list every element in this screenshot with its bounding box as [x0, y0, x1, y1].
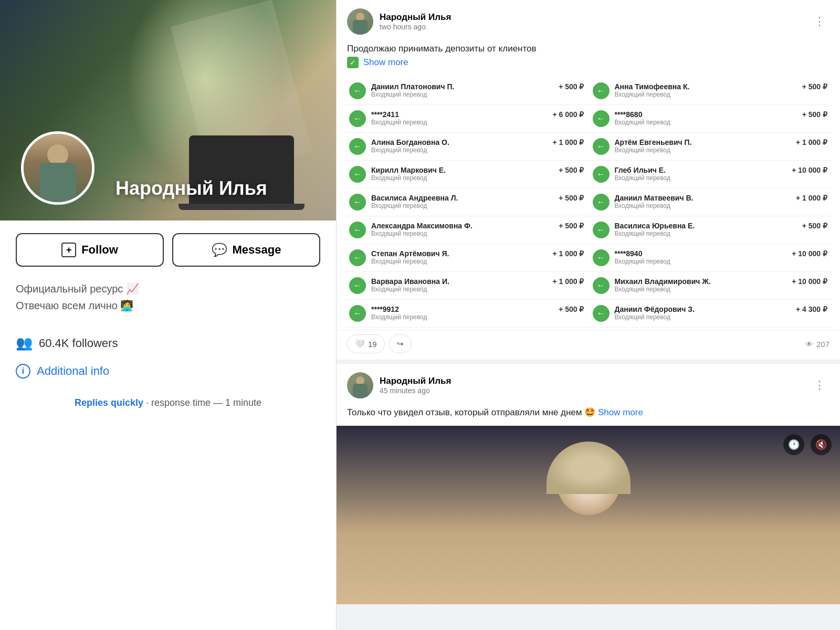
- transactions-grid: ← Даниил Платонович П. Входящий перевод …: [337, 75, 840, 330]
- tx-details: Алина Богдановна О. Входящий перевод: [371, 138, 548, 154]
- tx-arrow-icon: ←: [593, 138, 610, 155]
- tx-amount: + 500 ₽: [802, 222, 827, 230]
- like-button-1[interactable]: 🤍 19: [347, 334, 385, 353]
- additional-info-row[interactable]: i Additional info: [0, 360, 336, 387]
- tx-name: Даниил Фёдорович З.: [615, 305, 791, 313]
- share-icon: ↪: [397, 339, 404, 349]
- additional-info-link[interactable]: Additional info: [37, 364, 109, 378]
- post-more-icon-1[interactable]: ⋮: [810, 15, 830, 28]
- tx-name: Даниил Платонович П.: [371, 82, 553, 91]
- post-header-1: Народный Илья two hours ago ⋮: [337, 0, 840, 40]
- transaction-item: ← Даниил Матвеевич В. Входящий перевод +…: [589, 188, 832, 216]
- message-label: Message: [233, 243, 281, 257]
- post-author-1: Народный Илья: [380, 12, 803, 23]
- tx-arrow-icon: ←: [349, 249, 366, 266]
- divider-1: [337, 360, 840, 364]
- tx-details: ****9912 Входящий перевод: [371, 305, 553, 321]
- tx-amount: + 500 ₽: [802, 110, 827, 119]
- tx-details: Василиса Андреевна Л. Входящий перевод: [371, 194, 553, 209]
- share-button-1[interactable]: ↪: [389, 334, 412, 353]
- post-more-icon-2[interactable]: ⋮: [810, 379, 830, 392]
- tx-arrow-icon: ←: [593, 222, 610, 238]
- tx-details: Артём Евгеньевич П. Входящий перевод: [615, 138, 791, 154]
- tx-type: Входящий перевод: [371, 146, 548, 154]
- replies-row: Replies quickly · response time — 1 minu…: [0, 387, 336, 414]
- tx-arrow-icon: ←: [593, 194, 610, 211]
- video-thumbnail[interactable]: 🕐 🔇: [337, 426, 840, 604]
- tx-name: ****9912: [371, 305, 553, 313]
- post-card-1: Народный Илья two hours ago ⋮ Продолжаю …: [337, 0, 840, 360]
- transaction-item: ← Варвара Ивановна И. Входящий перевод +…: [345, 272, 589, 300]
- profile-bio: Официальный ресурс 📈 Отвечаю всем лично …: [0, 277, 336, 327]
- tx-type: Входящий перевод: [371, 313, 553, 321]
- tx-details: Степан Артёмович Я. Входящий перевод: [371, 249, 548, 265]
- tx-amount: + 6 000 ₽: [553, 110, 584, 119]
- transaction-item: ← Глеб Ильич Е. Входящий перевод + 10 00…: [589, 161, 832, 188]
- checkmark-icon: ✓: [347, 57, 359, 68]
- post-meta-1: Народный Илья two hours ago: [380, 12, 803, 31]
- post-meta-2: Народный Илья 45 minutes ago: [380, 376, 803, 395]
- tx-name: ****8680: [615, 110, 797, 119]
- tx-arrow-icon: ←: [593, 277, 610, 294]
- transaction-item: ← Даниил Платонович П. Входящий перевод …: [345, 77, 589, 105]
- show-more-link-1[interactable]: Show more: [363, 57, 408, 67]
- tx-name: Глеб Ильич Е.: [615, 166, 787, 174]
- tx-type: Входящий перевод: [371, 174, 553, 182]
- show-more-link-2[interactable]: Show more: [598, 407, 643, 417]
- video-clock-icon[interactable]: 🕐: [783, 434, 804, 455]
- tx-amount: + 4 300 ₽: [796, 305, 827, 313]
- post-avatar-2: [347, 372, 373, 398]
- post-time-2: 45 minutes ago: [380, 386, 803, 395]
- tx-details: ****2411 Входящий перевод: [371, 110, 548, 126]
- post-text-2: Только что увидел отзыв, который отправл…: [347, 407, 595, 417]
- tx-details: Даниил Фёдорович З. Входящий перевод: [615, 305, 791, 321]
- video-mute-icon[interactable]: 🔇: [811, 434, 832, 455]
- tx-name: Анна Тимофеевна К.: [615, 82, 797, 91]
- info-icon: i: [16, 364, 30, 379]
- replies-quick-label: Replies quickly: [75, 397, 143, 408]
- transaction-item: ← Алина Богдановна О. Входящий перевод +…: [345, 133, 589, 161]
- tx-name: Алина Богдановна О.: [371, 138, 548, 146]
- tx-details: Анна Тимофеевна К. Входящий перевод: [615, 82, 797, 98]
- tx-amount: + 1 000 ₽: [796, 194, 827, 202]
- tx-type: Входящий перевод: [615, 146, 791, 154]
- replies-text: Replies quickly · response time — 1 minu…: [75, 397, 261, 408]
- tx-type: Входящий перевод: [615, 286, 787, 293]
- follow-button[interactable]: + Follow: [16, 233, 164, 267]
- tx-type: Входящий перевод: [371, 286, 548, 293]
- right-panel[interactable]: Народный Илья two hours ago ⋮ Продолжаю …: [336, 0, 840, 630]
- post-author-2: Народный Илья: [380, 376, 803, 386]
- post-header-2: Народный Илья 45 minutes ago ⋮: [337, 364, 840, 404]
- tx-arrow-icon: ←: [349, 138, 366, 155]
- tx-arrow-icon: ←: [593, 305, 610, 322]
- view-number-1: 207: [816, 340, 830, 349]
- tx-arrow-icon: ←: [349, 166, 366, 183]
- tx-amount: + 500 ₽: [559, 305, 584, 313]
- message-button[interactable]: 💬 Message: [172, 233, 320, 267]
- tx-details: ****8680 Входящий перевод: [615, 110, 797, 126]
- tx-name: Василиса Юрьевна Е.: [615, 222, 797, 230]
- tx-arrow-icon: ←: [349, 222, 366, 238]
- followers-icon: 👥: [16, 335, 33, 351]
- transaction-item: ← ****2411 Входящий перевод + 6 000 ₽: [345, 105, 589, 133]
- bio-line-2: Отвечаю всем лично 🧑‍💻: [16, 299, 320, 312]
- tx-name: Михаил Владимирович Ж.: [615, 277, 787, 286]
- tx-arrow-icon: ←: [593, 110, 610, 127]
- tx-amount: + 1 000 ₽: [553, 277, 584, 286]
- tx-details: Глеб Ильич Е. Входящий перевод: [615, 166, 787, 182]
- tx-type: Входящий перевод: [615, 174, 787, 182]
- tx-arrow-icon: ←: [349, 82, 366, 99]
- tx-arrow-icon: ←: [593, 82, 610, 99]
- post-actions-1: 🤍 19 ↪ 👁 207: [337, 330, 840, 360]
- followers-row: 👥 60.4K followers: [0, 327, 336, 360]
- avatar-container: [21, 131, 94, 205]
- views-count-1: 👁 207: [805, 340, 830, 349]
- transaction-item: ← Анна Тимофеевна К. Входящий перевод + …: [589, 77, 832, 105]
- tx-arrow-icon: ←: [593, 166, 610, 183]
- post-avatar-1: [347, 8, 373, 35]
- post-content-1: Продолжаю принимать депозиты от клиентов…: [337, 40, 840, 75]
- response-time: response time — 1 minute: [151, 397, 261, 408]
- tx-amount: + 500 ₽: [559, 222, 584, 230]
- tx-name: Варвара Ивановна И.: [371, 277, 548, 286]
- tx-type: Входящий перевод: [615, 202, 791, 209]
